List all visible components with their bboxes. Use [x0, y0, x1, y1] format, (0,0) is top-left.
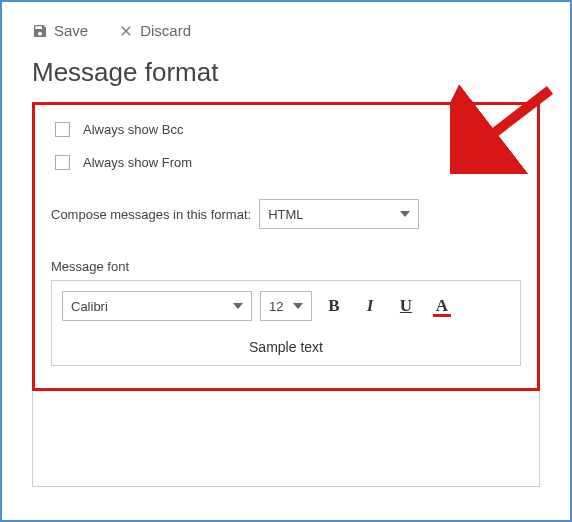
preview-area	[32, 391, 540, 487]
save-icon	[32, 23, 48, 39]
compose-format-label: Compose messages in this format:	[51, 207, 251, 222]
message-font-label: Message font	[51, 259, 521, 274]
chevron-down-icon	[400, 211, 410, 217]
compose-format-value: HTML	[268, 207, 303, 222]
save-button[interactable]: Save	[32, 22, 88, 39]
font-color-button[interactable]: A	[428, 292, 456, 320]
compose-format-select[interactable]: HTML	[259, 199, 419, 229]
font-family-value: Calibri	[71, 299, 108, 314]
always-show-bcc-label: Always show Bcc	[83, 122, 183, 137]
always-show-bcc-checkbox[interactable]	[55, 122, 70, 137]
save-label: Save	[54, 22, 88, 39]
highlighted-region: Always show Bcc Always show From Compose…	[32, 102, 540, 391]
underline-button[interactable]: U	[392, 292, 420, 320]
font-size-select[interactable]: 12	[260, 291, 312, 321]
always-show-bcc-row[interactable]: Always show Bcc	[51, 119, 521, 140]
page-title: Message format	[32, 57, 540, 88]
always-show-from-checkbox[interactable]	[55, 155, 70, 170]
always-show-from-row[interactable]: Always show From	[51, 152, 521, 173]
always-show-from-label: Always show From	[83, 155, 192, 170]
discard-label: Discard	[140, 22, 191, 39]
discard-button[interactable]: Discard	[118, 22, 191, 39]
italic-button[interactable]: I	[356, 292, 384, 320]
chevron-down-icon	[293, 303, 303, 309]
sample-text: Sample text	[62, 321, 510, 365]
chevron-down-icon	[233, 303, 243, 309]
discard-icon	[118, 23, 134, 39]
font-panel: Calibri 12 B I U A Sample text	[51, 280, 521, 366]
font-size-value: 12	[269, 299, 283, 314]
bold-button[interactable]: B	[320, 292, 348, 320]
font-family-select[interactable]: Calibri	[62, 291, 252, 321]
